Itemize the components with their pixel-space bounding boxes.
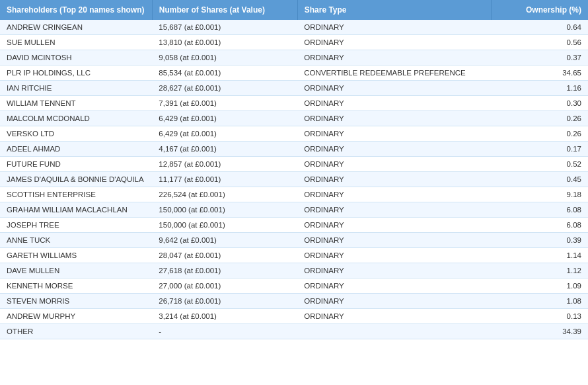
cell-shareholder-name: JOSEPH TREE: [0, 218, 152, 233]
cell-share-type: ORDINARY: [297, 142, 491, 157]
cell-ownership: 6.08: [491, 218, 588, 233]
cell-shareholder-name: VERSKO LTD: [0, 126, 152, 142]
table-row: JOSEPH TREE150,000 (at £0.001)ORDINARY6.…: [0, 218, 588, 233]
cell-share-type: ORDINARY: [297, 263, 491, 278]
cell-ownership: 0.13: [491, 309, 588, 324]
cell-ownership: 0.26: [491, 111, 588, 126]
cell-ownership: 34.39: [491, 324, 588, 339]
cell-ownership: 0.37: [491, 50, 588, 65]
cell-shares: -: [152, 324, 297, 339]
cell-share-type: ORDINARY: [297, 187, 491, 202]
cell-ownership: 1.16: [491, 81, 588, 96]
table-row: ANNE TUCK9,642 (at £0.001)ORDINARY0.39: [0, 233, 588, 248]
cell-share-type: ORDINARY: [297, 218, 491, 233]
cell-shares: 27,618 (at £0.001): [152, 263, 297, 278]
cell-shares: 85,534 (at £0.001): [152, 65, 297, 81]
cell-shareholder-name: IAN RITCHIE: [0, 81, 152, 96]
cell-shareholder-name: PLR IP HOLDINGS, LLC: [0, 65, 152, 81]
table-row: ANDREW CRINGEAN15,687 (at £0.001)ORDINAR…: [0, 20, 588, 35]
cell-shareholder-name: GRAHAM WILLIAM MACLACHLAN: [0, 202, 152, 218]
cell-shareholder-name: ADEEL AHMAD: [0, 142, 152, 157]
cell-shares: 9,058 (at £0.001): [152, 50, 297, 65]
table-row: OTHER-34.39: [0, 324, 588, 339]
cell-share-type: ORDINARY: [297, 111, 491, 126]
cell-shares: 12,857 (at £0.001): [152, 157, 297, 172]
table-row: DAVE MULLEN27,618 (at £0.001)ORDINARY1.1…: [0, 263, 588, 278]
cell-shareholder-name: OTHER: [0, 324, 152, 339]
cell-shares: 15,687 (at £0.001): [152, 20, 297, 35]
cell-ownership: 0.26: [491, 126, 588, 142]
cell-share-type: [297, 324, 491, 339]
cell-shareholder-name: KENNETH MORSE: [0, 278, 152, 294]
cell-shareholder-name: GARETH WILLIAMS: [0, 248, 152, 263]
header-shareholder: Shareholders (Top 20 names shown): [0, 0, 152, 20]
table-row: ADEEL AHMAD4,167 (at £0.001)ORDINARY0.17: [0, 142, 588, 157]
cell-share-type: ORDINARY: [297, 248, 491, 263]
table-row: PLR IP HOLDINGS, LLC85,534 (at £0.001)CO…: [0, 65, 588, 81]
table-row: GARETH WILLIAMS28,047 (at £0.001)ORDINAR…: [0, 248, 588, 263]
table-header-row: Shareholders (Top 20 names shown) Number…: [0, 0, 588, 20]
cell-shareholder-name: ANDREW MURPHY: [0, 309, 152, 324]
table-row: MALCOLM MCDONALD6,429 (at £0.001)ORDINAR…: [0, 111, 588, 126]
cell-shareholder-name: SUE MULLEN: [0, 35, 152, 50]
cell-share-type: ORDINARY: [297, 50, 491, 65]
cell-shareholder-name: WILLIAM TENNENT: [0, 96, 152, 111]
cell-shares: 150,000 (at £0.001): [152, 218, 297, 233]
cell-share-type: ORDINARY: [297, 202, 491, 218]
cell-shareholder-name: JAMES D'AQUILA & BONNIE D'AQUILA: [0, 172, 152, 187]
cell-ownership: 9.18: [491, 187, 588, 202]
table-row: IAN RITCHIE28,627 (at £0.001)ORDINARY1.1…: [0, 81, 588, 96]
cell-shareholder-name: FUTURE FUND: [0, 157, 152, 172]
cell-shares: 226,524 (at £0.001): [152, 187, 297, 202]
cell-shareholder-name: STEVEN MORRIS: [0, 294, 152, 309]
cell-shareholder-name: SCOTTISH ENTERPRISE: [0, 187, 152, 202]
table-row: STEVEN MORRIS26,718 (at £0.001)ORDINARY1…: [0, 294, 588, 309]
cell-ownership: 0.56: [491, 35, 588, 50]
cell-share-type: ORDINARY: [297, 81, 491, 96]
cell-ownership: 0.64: [491, 20, 588, 35]
cell-shares: 28,047 (at £0.001): [152, 248, 297, 263]
cell-shares: 11,177 (at £0.001): [152, 172, 297, 187]
shareholders-table: Shareholders (Top 20 names shown) Number…: [0, 0, 588, 339]
cell-share-type: ORDINARY: [297, 96, 491, 111]
table-row: SUE MULLEN13,810 (at £0.001)ORDINARY0.56: [0, 35, 588, 50]
cell-ownership: 1.08: [491, 294, 588, 309]
cell-ownership: 1.09: [491, 278, 588, 294]
cell-shares: 6,429 (at £0.001): [152, 126, 297, 142]
cell-shares: 27,000 (at £0.001): [152, 278, 297, 294]
header-ownership: Ownership (%): [491, 0, 588, 20]
cell-shares: 7,391 (at £0.001): [152, 96, 297, 111]
cell-ownership: 6.08: [491, 202, 588, 218]
table-row: WILLIAM TENNENT7,391 (at £0.001)ORDINARY…: [0, 96, 588, 111]
cell-ownership: 0.45: [491, 172, 588, 187]
cell-shareholder-name: DAVID MCINTOSH: [0, 50, 152, 65]
table-row: JAMES D'AQUILA & BONNIE D'AQUILA11,177 (…: [0, 172, 588, 187]
cell-shares: 6,429 (at £0.001): [152, 111, 297, 126]
shareholders-table-container: Shareholders (Top 20 names shown) Number…: [0, 0, 588, 339]
table-body: ANDREW CRINGEAN15,687 (at £0.001)ORDINAR…: [0, 20, 588, 339]
cell-share-type: ORDINARY: [297, 172, 491, 187]
table-row: GRAHAM WILLIAM MACLACHLAN150,000 (at £0.…: [0, 202, 588, 218]
table-row: KENNETH MORSE27,000 (at £0.001)ORDINARY1…: [0, 278, 588, 294]
cell-ownership: 1.12: [491, 263, 588, 278]
cell-ownership: 0.30: [491, 96, 588, 111]
cell-share-type: ORDINARY: [297, 35, 491, 50]
cell-share-type: ORDINARY: [297, 126, 491, 142]
table-row: SCOTTISH ENTERPRISE226,524 (at £0.001)OR…: [0, 187, 588, 202]
cell-share-type: ORDINARY: [297, 20, 491, 35]
cell-shares: 3,214 (at £0.001): [152, 309, 297, 324]
cell-shareholder-name: MALCOLM MCDONALD: [0, 111, 152, 126]
cell-share-type: ORDINARY: [297, 157, 491, 172]
cell-share-type: ORDINARY: [297, 233, 491, 248]
cell-shares: 26,718 (at £0.001): [152, 294, 297, 309]
table-row: VERSKO LTD6,429 (at £0.001)ORDINARY0.26: [0, 126, 588, 142]
cell-shares: 4,167 (at £0.001): [152, 142, 297, 157]
table-row: FUTURE FUND12,857 (at £0.001)ORDINARY0.5…: [0, 157, 588, 172]
cell-shareholder-name: DAVE MULLEN: [0, 263, 152, 278]
cell-ownership: 0.52: [491, 157, 588, 172]
cell-shares: 13,810 (at £0.001): [152, 35, 297, 50]
header-shares: Number of Shares (at Value): [152, 0, 297, 20]
table-row: DAVID MCINTOSH9,058 (at £0.001)ORDINARY0…: [0, 50, 588, 65]
cell-shareholder-name: ANNE TUCK: [0, 233, 152, 248]
cell-share-type: ORDINARY: [297, 278, 491, 294]
